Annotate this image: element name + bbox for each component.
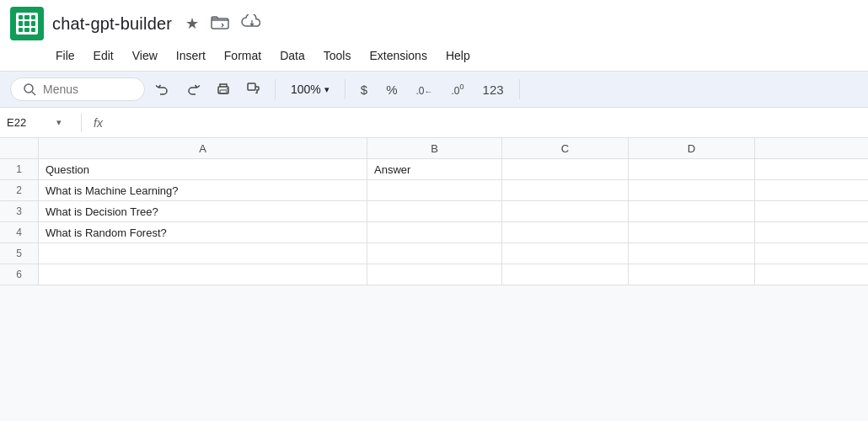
svg-line-2 (32, 92, 35, 95)
row-number: 1 (0, 159, 39, 179)
cell-b2[interactable] (367, 180, 502, 200)
menu-insert[interactable]: Insert (168, 45, 214, 66)
cell-a3[interactable]: What is Decision Tree? (39, 201, 367, 221)
cell-c4[interactable] (502, 222, 629, 242)
menu-extensions[interactable]: Extensions (361, 45, 435, 66)
cell-a5[interactable] (39, 243, 367, 264)
menu-view[interactable]: View (124, 45, 166, 66)
cell-b6[interactable] (367, 264, 502, 285)
table-row: 4 What is Random Forest? (0, 222, 868, 243)
currency-button[interactable]: $ (354, 79, 374, 100)
menu-file[interactable]: File (47, 45, 83, 66)
cell-d5[interactable] (629, 243, 755, 264)
fx-label: fx (94, 116, 103, 130)
formula-bar: ▾ fx (0, 108, 868, 138)
column-header-a[interactable]: A (39, 138, 367, 158)
table-row: 6 (0, 264, 868, 285)
cell-d4[interactable] (629, 222, 755, 242)
row-num-header (0, 138, 39, 158)
cell-d3[interactable] (629, 201, 755, 221)
menu-bar: File Edit View Insert Format Data Tools … (0, 44, 868, 71)
zoom-selector[interactable]: 100% ▾ (284, 79, 336, 99)
menu-tools[interactable]: Tools (315, 45, 360, 66)
column-header-b[interactable]: B (367, 138, 502, 158)
cell-c1[interactable] (502, 159, 629, 179)
undo-button[interactable] (150, 77, 175, 102)
cell-a2[interactable]: What is Machine Learning? (39, 180, 367, 200)
table-row: 5 (0, 243, 868, 264)
cloud-icon[interactable] (241, 14, 263, 34)
cell-c6[interactable] (502, 264, 629, 285)
cell-c3[interactable] (502, 201, 629, 221)
folder-icon[interactable] (211, 14, 229, 34)
row-number: 3 (0, 201, 39, 221)
redo-button[interactable] (180, 77, 206, 102)
cell-reference-box[interactable]: ▾ (7, 116, 74, 129)
app-logo (10, 7, 44, 40)
cell-b5[interactable] (367, 243, 502, 264)
cell-c5[interactable] (502, 243, 629, 264)
paint-format-button[interactable] (241, 77, 266, 102)
cell-d6[interactable] (629, 264, 755, 285)
table-row: 1 Question Answer (0, 159, 868, 180)
column-header-c[interactable]: C (502, 138, 629, 158)
column-header-d[interactable]: D (629, 138, 755, 158)
number-format-button[interactable]: 123 (476, 79, 511, 100)
table-row: 3 What is Decision Tree? (0, 201, 868, 222)
cell-a6[interactable] (39, 264, 367, 285)
svg-point-1 (24, 84, 33, 93)
menu-edit[interactable]: Edit (85, 45, 122, 66)
decimal-decrease-button[interactable]: .0← (410, 79, 440, 100)
column-headers: A B C D (0, 138, 868, 159)
menu-help[interactable]: Help (437, 45, 479, 66)
document-title: chat-gpt-builder (52, 14, 172, 34)
cell-b1[interactable]: Answer (367, 159, 502, 179)
cell-d1[interactable] (629, 159, 755, 179)
cell-a1[interactable]: Question (39, 159, 367, 179)
svg-rect-6 (248, 83, 255, 90)
row-number: 6 (0, 264, 39, 285)
print-button[interactable] (211, 77, 236, 102)
row-number: 5 (0, 243, 39, 264)
search-input[interactable] (43, 83, 127, 96)
spreadsheet: A B C D 1 Question Answer 2 What is Mach… (0, 138, 868, 285)
decimal-increase-button[interactable]: .00 (445, 79, 471, 100)
title-icons: ★ (185, 14, 263, 34)
cell-d2[interactable] (629, 180, 755, 200)
cell-a4[interactable]: What is Random Forest? (39, 222, 367, 242)
menu-format[interactable]: Format (216, 45, 270, 66)
toolbar: 100% ▾ $ % .0← .00 123 (0, 71, 868, 108)
cell-c2[interactable] (502, 180, 629, 200)
search-box[interactable] (10, 77, 145, 101)
star-icon[interactable]: ★ (185, 14, 199, 33)
formula-bar-separator (81, 114, 82, 132)
cell-b3[interactable] (367, 201, 502, 221)
percent-button[interactable]: % (379, 79, 404, 100)
search-icon (23, 83, 36, 96)
menu-data[interactable]: Data (271, 45, 313, 66)
cell-ref-chevron-icon: ▾ (56, 117, 62, 128)
zoom-level: 100% (291, 83, 321, 96)
row-number: 4 (0, 222, 39, 242)
cell-b4[interactable] (367, 222, 502, 242)
zoom-chevron-icon: ▾ (324, 84, 330, 95)
title-bar: chat-gpt-builder ★ (0, 0, 868, 44)
toolbar-separator-2 (345, 79, 346, 99)
cell-ref-input[interactable] (7, 116, 53, 129)
row-number: 2 (0, 180, 39, 200)
toolbar-separator-3 (519, 79, 520, 99)
toolbar-separator-1 (275, 79, 276, 99)
table-row: 2 What is Machine Learning? (0, 180, 868, 201)
svg-point-5 (227, 88, 228, 90)
